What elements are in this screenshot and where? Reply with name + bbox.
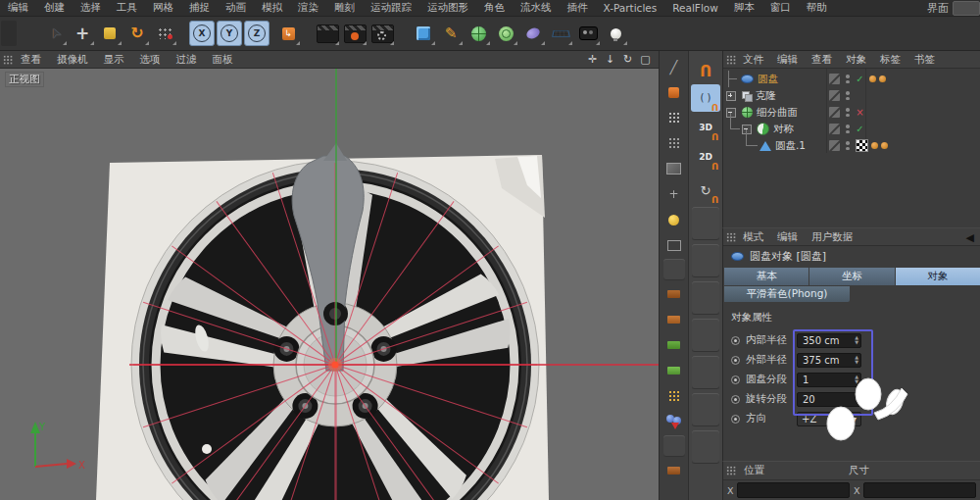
menu-create[interactable]: 创建 (36, 1, 73, 15)
enable-snap-icon[interactable]: ( )U (691, 84, 720, 112)
spinner-icon[interactable]: ▲▼ (855, 355, 858, 365)
om-menu-edit[interactable]: 编辑 (770, 53, 805, 67)
undo-icon[interactable] (1, 21, 17, 46)
live-selection-icon[interactable]: ➤ (42, 21, 68, 46)
om-menu-file[interactable]: 文件 (736, 53, 770, 67)
menu-realflow[interactable]: RealFlow (664, 2, 726, 14)
texture-mode-icon[interactable] (662, 233, 686, 257)
viewport-pan-icon[interactable]: ✛ (585, 52, 600, 67)
menu-xparticles[interactable]: X-Particles (596, 2, 665, 14)
object-row-sds[interactable]: 细分曲面 × (723, 104, 980, 121)
menu-help[interactable]: 帮助 (799, 1, 835, 15)
render-picture-viewer-icon[interactable] (342, 21, 368, 46)
panel-handle-icon[interactable] (3, 55, 13, 65)
object-row-disc[interactable]: 圆盘 ✓ (723, 71, 980, 87)
menu-motion-tracker[interactable]: 运动跟踪 (363, 1, 419, 15)
visibility-dots-icon[interactable] (846, 108, 850, 117)
primitive-cube-icon[interactable] (411, 21, 436, 46)
inner-radius-input[interactable]: 350 cm ▲▼ (797, 333, 861, 348)
field-icon[interactable] (520, 21, 546, 46)
om-menu-tags[interactable]: 标签 (873, 53, 907, 67)
lock-y-icon[interactable]: Y (217, 21, 242, 46)
panel-handle-icon[interactable] (726, 55, 736, 65)
menu-snap[interactable]: 捕捉 (181, 1, 218, 15)
disc-segments-input[interactable]: 1 ▲▼ (797, 373, 861, 387)
points-mode-icon[interactable] (662, 106, 686, 129)
rotation-segments-input[interactable]: 20 (797, 392, 861, 407)
menu-window[interactable]: 窗口 (762, 1, 799, 15)
model-mode-icon[interactable] (662, 208, 686, 231)
rotate-tool-icon[interactable]: ↻ (124, 21, 150, 46)
workplane-lock-icon[interactable] (662, 308, 686, 331)
menu-mesh[interactable]: 网格 (145, 1, 181, 15)
vp-menu-options[interactable]: 选项 (132, 53, 169, 67)
menu-character[interactable]: 角色 (476, 1, 513, 15)
menu-tools[interactable]: 工具 (109, 1, 145, 15)
snap-spheres-icon[interactable] (662, 410, 686, 433)
axis-mode-icon[interactable]: + (662, 182, 686, 206)
viewport-dolly-icon[interactable]: ↓ (603, 52, 617, 67)
am-menu-edit[interactable]: 编辑 (770, 230, 805, 244)
tab-basic[interactable]: 基本 (724, 268, 808, 285)
object-row-symmetry[interactable]: 对称 ✓ (723, 121, 980, 137)
enabled-check-icon[interactable]: ✓ (855, 124, 866, 134)
layer-toggle-icon[interactable] (829, 107, 840, 118)
menu-simulate[interactable]: 模拟 (254, 1, 290, 15)
vp-menu-filter[interactable]: 过滤 (169, 53, 205, 67)
snap-2d-icon[interactable]: 2DU (691, 143, 720, 171)
render-settings-icon[interactable] (369, 21, 395, 46)
tab-phong[interactable]: 平滑着色(Phong) (724, 286, 850, 302)
history-back-icon[interactable]: ◀ (966, 231, 974, 244)
vp-menu-display[interactable]: 显示 (96, 53, 132, 67)
material-tag-icon[interactable] (871, 142, 878, 149)
subdivision-surface-icon[interactable] (466, 21, 491, 46)
keyframe-dot-icon[interactable] (731, 375, 740, 384)
move-tool-icon[interactable]: + (70, 21, 95, 46)
knife-tool-icon[interactable]: ╱ (662, 55, 686, 78)
panel-handle-icon[interactable] (726, 232, 736, 242)
menu-mograph[interactable]: 运动图形 (419, 1, 476, 15)
outer-radius-input[interactable]: 375 cm ▲▼ (797, 353, 861, 368)
spline-pen-icon[interactable]: ✎ (438, 21, 464, 46)
layer-toggle-icon[interactable] (829, 140, 840, 151)
object-row-disc1[interactable]: 圆盘.1 (723, 137, 980, 154)
deformer-icon[interactable] (493, 21, 518, 46)
layer-toggle-icon[interactable] (829, 74, 840, 84)
workplane-tile-icon[interactable] (662, 459, 686, 482)
floor-icon[interactable] (548, 21, 573, 46)
expand-icon[interactable] (726, 91, 736, 101)
guide-points-icon[interactable] (662, 384, 686, 408)
am-menu-userdata[interactable]: 用户数据 (805, 230, 859, 244)
render-view-icon[interactable] (315, 21, 340, 46)
layer-toggle-icon[interactable] (829, 90, 840, 101)
snap-3d-icon[interactable]: 3DU (691, 114, 720, 141)
viewport-canvas[interactable]: Y X 正视图 (0, 69, 659, 500)
keyframe-dot-icon[interactable] (731, 395, 740, 404)
material-tag-icon[interactable] (879, 75, 886, 82)
menu-render[interactable]: 渲染 (290, 1, 326, 15)
om-menu-bookmarks[interactable]: 书签 (907, 53, 942, 67)
orientation-dropdown[interactable]: +Z ▾ (797, 412, 861, 426)
vp-menu-view[interactable]: 查看 (13, 53, 49, 67)
camera-icon[interactable] (575, 21, 601, 46)
plane-y-icon[interactable] (662, 333, 686, 357)
am-menu-mode[interactable]: 模式 (736, 230, 770, 244)
panel-handle-icon[interactable] (726, 466, 736, 475)
make-editable-icon[interactable] (662, 80, 686, 104)
light-icon[interactable] (603, 21, 628, 46)
material-tag-icon[interactable] (881, 142, 888, 149)
workplane-icon[interactable] (662, 282, 686, 306)
last-tool-icon[interactable] (152, 21, 177, 46)
keyframe-dot-icon[interactable] (731, 356, 740, 365)
lock-x-icon[interactable]: X (189, 21, 215, 46)
material-tag-icon[interactable] (869, 75, 876, 82)
tab-object[interactable]: 对象 (896, 268, 980, 285)
texture-tag-icon[interactable] (856, 139, 868, 152)
om-menu-view[interactable]: 查看 (805, 53, 839, 67)
scale-tool-icon[interactable] (97, 21, 122, 46)
visibility-dots-icon[interactable] (846, 125, 850, 133)
vp-menu-panel[interactable]: 面板 (205, 53, 241, 67)
object-row-cloner[interactable]: 克隆 (723, 87, 980, 104)
spinner-icon[interactable]: ▲▼ (855, 375, 858, 384)
menu-animate[interactable]: 动画 (218, 1, 254, 15)
